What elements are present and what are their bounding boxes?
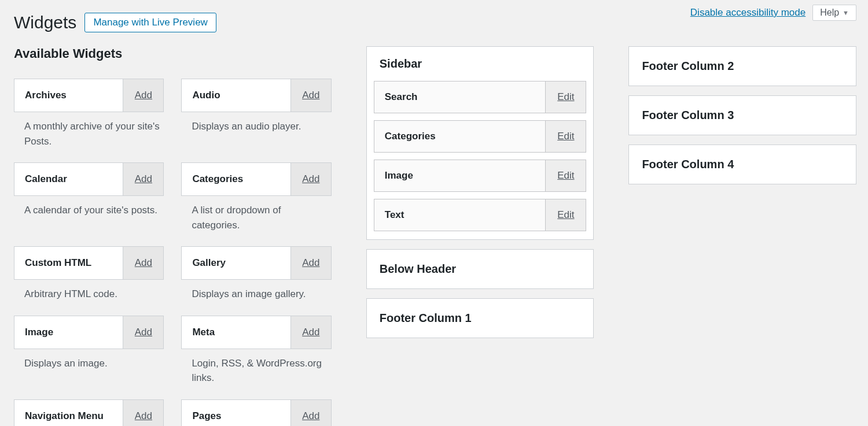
widget-name: Custom HTML — [14, 247, 123, 279]
manage-live-preview-button[interactable]: Manage with Live Preview — [84, 13, 216, 32]
chevron-down-icon: ▼ — [843, 9, 849, 16]
add-button[interactable]: Add — [290, 400, 331, 427]
widget-name: Audio — [182, 79, 290, 112]
widget-gallery: Gallery Add Displays an image gallery. — [181, 246, 331, 310]
disable-accessibility-link[interactable]: Disable accessibility mode — [690, 7, 806, 18]
edit-button[interactable]: Edit — [545, 199, 586, 231]
widget-box[interactable]: Custom HTML Add — [14, 246, 164, 280]
edit-button[interactable]: Edit — [545, 160, 586, 191]
widget-pages: Pages Add A list of your site's Pages. — [181, 399, 331, 427]
widget-navigation-menu: Navigation Menu Add Add a navigation men… — [14, 399, 164, 427]
widget-area-header[interactable]: Footer Column 1 — [367, 299, 594, 338]
widget-name: Gallery — [182, 247, 290, 279]
widget-name: Navigation Menu — [14, 400, 123, 427]
widget-desc: Arbitrary HTML code. — [14, 280, 164, 310]
top-actions: Disable accessibility mode Help ▼ — [690, 5, 856, 21]
add-button[interactable]: Add — [290, 247, 331, 279]
widget-area-footer-3: Footer Column 3 — [628, 95, 856, 135]
widget-archives: Archives Add A monthly archive of your s… — [14, 79, 164, 157]
add-button[interactable]: Add — [123, 247, 163, 279]
widget-box[interactable]: Navigation Menu Add — [14, 399, 164, 427]
widget-audio: Audio Add Displays an audio player. — [181, 79, 331, 157]
available-widgets-title: Available Widgets — [14, 46, 332, 61]
help-button[interactable]: Help ▼ — [812, 5, 856, 21]
widget-box[interactable]: Gallery Add — [181, 246, 331, 280]
available-widgets-col: Available Widgets Archives Add A monthly… — [14, 46, 332, 426]
placed-widget-categories[interactable]: Categories Edit — [374, 120, 587, 153]
add-button[interactable]: Add — [123, 400, 163, 427]
widget-name: Image — [14, 316, 123, 349]
widget-area-header[interactable]: Below Header — [367, 250, 594, 288]
add-button[interactable]: Add — [123, 316, 163, 349]
page-title: Widgets — [14, 13, 76, 32]
help-label: Help — [820, 8, 839, 18]
widget-desc: A calendar of your site's posts. — [14, 196, 164, 226]
widget-categories: Categories Add A list or dropdown of cat… — [181, 162, 331, 240]
add-button[interactable]: Add — [290, 316, 331, 349]
widget-custom-html: Custom HTML Add Arbitrary HTML code. — [14, 246, 164, 310]
placed-widget-search[interactable]: Search Edit — [374, 81, 587, 113]
widget-desc: A monthly archive of your site's Posts. — [14, 112, 164, 157]
widget-area-below-header: Below Header — [366, 249, 594, 289]
widget-area-footer-2: Footer Column 2 — [628, 46, 856, 86]
widget-name: Archives — [14, 79, 123, 112]
widget-grid: Archives Add A monthly archive of your s… — [14, 79, 332, 426]
widget-desc: A list or dropdown of categories. — [181, 196, 331, 240]
widget-area-col-2: Footer Column 2 Footer Column 3 Footer C… — [628, 46, 856, 426]
widget-box[interactable]: Audio Add — [181, 79, 331, 112]
widget-box[interactable]: Categories Add — [181, 162, 331, 196]
widget-name: Text — [374, 199, 546, 231]
widget-calendar: Calendar Add A calendar of your site's p… — [14, 162, 164, 240]
widget-area-header[interactable]: Sidebar — [367, 47, 594, 81]
add-button[interactable]: Add — [123, 79, 163, 112]
widget-area-body[interactable]: Search Edit Categories Edit Image Edit T… — [367, 81, 594, 239]
widget-name: Categories — [374, 121, 546, 152]
widget-area-footer-4: Footer Column 4 — [628, 145, 856, 184]
widget-area-header[interactable]: Footer Column 2 — [629, 47, 856, 86]
widget-name: Pages — [182, 400, 290, 427]
widget-area-header[interactable]: Footer Column 3 — [629, 96, 856, 135]
widget-box[interactable]: Meta Add — [181, 316, 331, 349]
widget-area-sidebar: Sidebar Search Edit Categories Edit Imag… — [366, 46, 594, 240]
widget-area-header[interactable]: Footer Column 4 — [629, 145, 856, 184]
widget-desc: Displays an image gallery. — [181, 280, 331, 310]
placed-widget-image[interactable]: Image Edit — [374, 160, 587, 192]
widget-name: Meta — [182, 316, 290, 349]
widget-area-col-1: Sidebar Search Edit Categories Edit Imag… — [366, 46, 594, 426]
add-button[interactable]: Add — [123, 163, 163, 195]
widget-box[interactable]: Archives Add — [14, 79, 164, 112]
widget-meta: Meta Add Login, RSS, & WordPress.org lin… — [181, 316, 331, 394]
edit-button[interactable]: Edit — [545, 82, 586, 113]
add-button[interactable]: Add — [290, 79, 331, 112]
placed-widget-text[interactable]: Text Edit — [374, 199, 587, 231]
widget-name: Calendar — [14, 163, 123, 195]
widget-box[interactable]: Image Add — [14, 316, 164, 349]
add-button[interactable]: Add — [290, 163, 331, 195]
widget-box[interactable]: Pages Add — [181, 399, 331, 427]
widget-name: Search — [374, 82, 546, 113]
columns: Available Widgets Archives Add A monthly… — [14, 46, 856, 426]
widget-name: Image — [374, 160, 546, 191]
widget-name: Categories — [182, 163, 290, 195]
widget-desc: Login, RSS, & WordPress.org links. — [181, 349, 331, 394]
widget-image: Image Add Displays an image. — [14, 316, 164, 394]
widget-box[interactable]: Calendar Add — [14, 162, 164, 196]
widget-desc: Displays an audio player. — [181, 112, 331, 142]
widget-desc: Displays an image. — [14, 349, 164, 379]
edit-button[interactable]: Edit — [545, 121, 586, 152]
widget-area-footer-1: Footer Column 1 — [366, 298, 594, 338]
